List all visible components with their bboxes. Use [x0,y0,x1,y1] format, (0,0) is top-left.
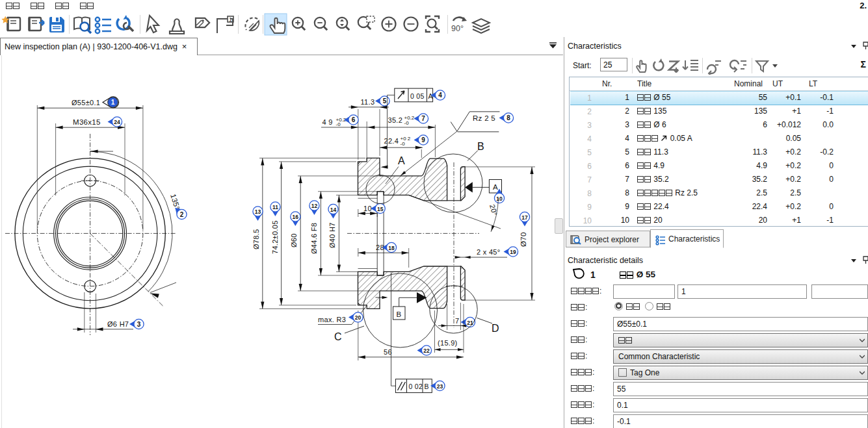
svg-text:74.2±0.05: 74.2±0.05 [271,220,279,254]
svg-text:max. R3: max. R3 [318,316,346,323]
svg-text:10: 10 [363,205,372,212]
svg-text:14: 14 [330,207,337,213]
svg-text:0 05: 0 05 [410,92,425,100]
svg-text:3: 3 [137,321,141,328]
svg-text:Ø6 H7: Ø6 H7 [107,320,129,328]
svg-text:18: 18 [388,245,395,251]
svg-text:7: 7 [455,317,459,325]
svg-text:M36x15: M36x15 [73,118,101,126]
svg-text:0 02: 0 02 [409,383,423,390]
svg-text:20°: 20° [488,203,499,216]
svg-text:13: 13 [255,208,261,215]
svg-text:4 9: 4 9 [322,118,333,126]
svg-text:Ø40 H7: Ø40 H7 [328,222,336,248]
svg-text:19: 19 [510,249,516,255]
svg-text:B: B [477,141,484,152]
svg-text:-0: -0 [401,141,406,147]
svg-text:22.4: 22.4 [384,137,399,145]
svg-text:8: 8 [506,114,510,121]
svg-text:9: 9 [421,136,425,144]
svg-text:-0: -0 [336,121,341,127]
svg-text:20: 20 [355,314,362,321]
svg-text:Rz 2 5: Rz 2 5 [473,114,495,122]
svg-text:2 x 45°: 2 x 45° [477,248,500,256]
svg-text:10: 10 [496,195,503,202]
svg-text:21: 21 [467,320,473,326]
svg-text:24: 24 [114,119,120,125]
svg-text:Ø60: Ø60 [290,233,298,247]
svg-text:5: 5 [383,97,387,105]
svg-text:A: A [398,155,405,166]
svg-text:11: 11 [272,204,278,210]
svg-text:23: 23 [437,383,443,390]
svg-text:12: 12 [311,203,318,209]
svg-text:56: 56 [384,348,392,356]
svg-text:35.2: 35.2 [388,116,403,124]
svg-text:1: 1 [111,99,115,106]
svg-text:4: 4 [438,92,442,99]
svg-text:1: 1 [229,16,232,23]
svg-text:2: 2 [180,211,184,218]
svg-text:17: 17 [521,214,528,221]
svg-text:-0: -0 [404,120,410,126]
svg-text:22: 22 [423,347,430,354]
svg-text:(15.9): (15.9) [438,339,458,347]
svg-text:Ø55±0.1: Ø55±0.1 [72,99,100,107]
svg-text:6: 6 [352,116,356,123]
svg-text:C: C [334,331,342,342]
svg-text:D: D [492,323,499,334]
svg-text:A: A [493,183,498,191]
svg-text:16: 16 [293,214,299,220]
svg-text:7: 7 [421,115,425,122]
svg-text:B: B [397,310,402,318]
svg-text:Ø78.5: Ø78.5 [252,229,260,249]
svg-text:B: B [425,383,429,390]
svg-text:11.3: 11.3 [361,98,375,106]
svg-text:Ø70: Ø70 [519,232,527,247]
svg-text:15: 15 [377,206,384,212]
svg-text:Ø44.6 F8: Ø44.6 F8 [310,223,318,254]
svg-text:90°: 90° [451,24,464,33]
